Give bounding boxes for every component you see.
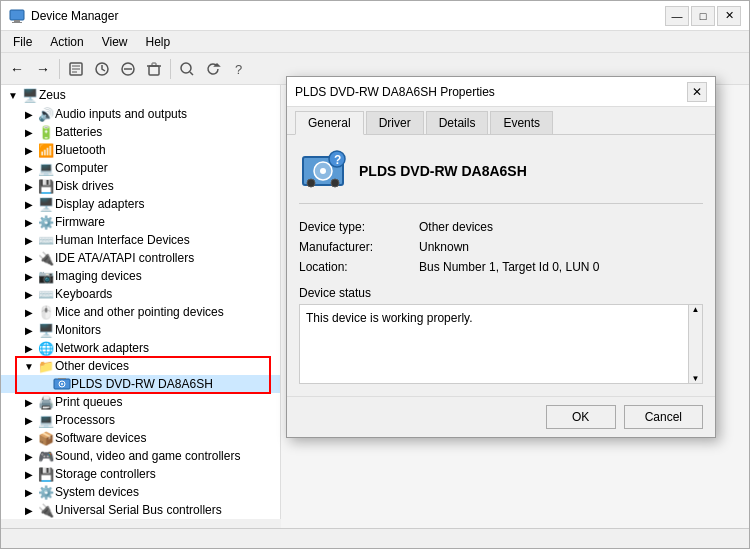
svg-rect-0 xyxy=(10,10,24,20)
ideata-arrow: ▶ xyxy=(21,253,37,264)
tree-item-softwaredevices[interactable]: ▶ 📦 Software devices xyxy=(1,429,280,447)
scroll-down-arrow[interactable]: ▼ xyxy=(692,374,700,383)
device-tree[interactable]: ▼ 🖥️ Zeus ▶ 🔊 Audio inputs and outputs ▶… xyxy=(1,85,281,519)
refresh-button[interactable] xyxy=(201,57,225,81)
tree-item-batteries[interactable]: ▶ 🔋 Batteries xyxy=(1,123,280,141)
tab-details[interactable]: Details xyxy=(426,111,489,134)
tab-general[interactable]: General xyxy=(295,111,364,135)
tab-driver[interactable]: Driver xyxy=(366,111,424,134)
ok-button[interactable]: OK xyxy=(546,405,616,429)
dialog-content: ? PLDS DVD-RW DA8A6SH Device type: Other… xyxy=(287,135,715,396)
tree-item-processors[interactable]: ▶ 💻 Processors xyxy=(1,411,280,429)
tree-item-otherdevices[interactable]: ▼ 📁 Other devices xyxy=(1,357,280,375)
universalserial-arrow: ▶ xyxy=(21,505,37,516)
computer-arrow: ▶ xyxy=(21,163,37,174)
close-button[interactable]: ✕ xyxy=(717,6,741,26)
tree-item-plds[interactable]: PLDS DVD-RW DA8A6SH xyxy=(1,375,280,393)
tree-root[interactable]: ▼ 🖥️ Zeus xyxy=(1,85,280,105)
tab-events[interactable]: Events xyxy=(490,111,553,134)
minimize-button[interactable]: — xyxy=(665,6,689,26)
window-controls: — □ ✕ xyxy=(665,6,741,26)
tree-item-bluetooth[interactable]: ▶ 📶 Bluetooth xyxy=(1,141,280,159)
status-section: Device status This device is working pro… xyxy=(299,286,703,384)
cancel-button[interactable]: Cancel xyxy=(624,405,703,429)
keyboards-arrow: ▶ xyxy=(21,289,37,300)
title-bar: Device Manager — □ ✕ xyxy=(1,1,749,31)
properties-dialog: PLDS DVD-RW DA8A6SH Properties ✕ General… xyxy=(286,85,716,438)
networkadapters-label: Network adapters xyxy=(55,341,149,355)
tree-item-storagecontrollers[interactable]: ▶ 💾 Storage controllers xyxy=(1,465,280,483)
monitors-label: Monitors xyxy=(55,323,101,337)
tree-item-ideata[interactable]: ▶ 🔌 IDE ATA/ATAPI controllers xyxy=(1,249,280,267)
tree-item-soundvideo[interactable]: ▶ 🎮 Sound, video and game controllers xyxy=(1,447,280,465)
disable-button[interactable] xyxy=(116,57,140,81)
batteries-arrow: ▶ xyxy=(21,127,37,138)
tree-item-imaging[interactable]: ▶ 📷 Imaging devices xyxy=(1,267,280,285)
dialog-close-button[interactable]: ✕ xyxy=(687,85,707,102)
uninstall-button[interactable] xyxy=(142,57,166,81)
dialog-title-bar: PLDS DVD-RW DA8A6SH Properties ✕ xyxy=(287,85,715,107)
device-header: ? PLDS DVD-RW DA8A6SH xyxy=(299,147,703,204)
menu-help[interactable]: Help xyxy=(138,33,179,51)
imaging-label: Imaging devices xyxy=(55,269,142,283)
menu-action[interactable]: Action xyxy=(42,33,91,51)
scrollbar[interactable]: ▲ ▼ xyxy=(688,305,702,383)
scan-changes-button[interactable] xyxy=(175,57,199,81)
device-name: PLDS DVD-RW DA8A6SH xyxy=(359,163,527,179)
batteries-label: Batteries xyxy=(55,125,102,139)
location-row: Location: Bus Number 1, Target Id 0, LUN… xyxy=(299,260,703,274)
networkadapters-arrow: ▶ xyxy=(21,343,37,354)
svg-rect-10 xyxy=(149,66,159,75)
tree-item-systemdevices[interactable]: ▶ ⚙️ System devices xyxy=(1,483,280,501)
monitors-arrow: ▶ xyxy=(21,325,37,336)
svg-point-13 xyxy=(181,63,191,73)
tree-item-printqueues[interactable]: ▶ 🖨️ Print queues xyxy=(1,393,280,411)
menu-view[interactable]: View xyxy=(94,33,136,51)
keyboards-label: Keyboards xyxy=(55,287,112,301)
softwaredevices-icon: 📦 xyxy=(37,430,55,446)
forward-button[interactable]: → xyxy=(31,57,55,81)
printqueues-arrow: ▶ xyxy=(21,397,37,408)
otherdevices-label: Other devices xyxy=(55,359,129,373)
tree-item-mice[interactable]: ▶ 🖱️ Mice and other pointing devices xyxy=(1,303,280,321)
processors-arrow: ▶ xyxy=(21,415,37,426)
device-large-icon: ? xyxy=(299,147,347,195)
tree-wrapper: ▼ 🖥️ Zeus ▶ 🔊 Audio inputs and outputs ▶… xyxy=(1,85,281,528)
tree-item-monitors[interactable]: ▶ 🖥️ Monitors xyxy=(1,321,280,339)
scroll-up-arrow[interactable]: ▲ xyxy=(692,305,700,314)
storagecontrollers-label: Storage controllers xyxy=(55,467,156,481)
menu-file[interactable]: File xyxy=(5,33,40,51)
tree-item-diskdrives[interactable]: ▶ 💾 Disk drives xyxy=(1,177,280,195)
tree-item-humaninterface[interactable]: ▶ ⌨️ Human Interface Devices xyxy=(1,231,280,249)
maximize-button[interactable]: □ xyxy=(691,6,715,26)
computer-tree-icon: 💻 xyxy=(37,160,55,176)
tree-item-firmware[interactable]: ▶ ⚙️ Firmware xyxy=(1,213,280,231)
tree-item-keyboards[interactable]: ▶ ⌨️ Keyboards xyxy=(1,285,280,303)
humaninterface-label: Human Interface Devices xyxy=(55,233,190,247)
displayadapters-arrow: ▶ xyxy=(21,199,37,210)
storagecontrollers-icon: 💾 xyxy=(37,466,55,482)
properties-button[interactable] xyxy=(64,57,88,81)
tree-item-displayadapters[interactable]: ▶ 🖥️ Display adapters xyxy=(1,195,280,213)
tree-item-audio[interactable]: ▶ 🔊 Audio inputs and outputs xyxy=(1,105,280,123)
networkadapters-icon: 🌐 xyxy=(37,340,55,356)
status-bar xyxy=(1,528,749,548)
update-driver-button[interactable] xyxy=(90,57,114,81)
svg-point-22 xyxy=(320,168,326,174)
back-button[interactable]: ← xyxy=(5,57,29,81)
help-button[interactable]: ? xyxy=(227,57,251,81)
ideata-icon: 🔌 xyxy=(37,250,55,266)
status-box: This device is working properly. ▲ ▼ xyxy=(299,304,703,384)
svg-rect-2 xyxy=(12,22,22,23)
audio-arrow: ▶ xyxy=(21,109,37,120)
firmware-arrow: ▶ xyxy=(21,217,37,228)
displayadapters-label: Display adapters xyxy=(55,197,144,211)
tree-item-networkadapters[interactable]: ▶ 🌐 Network adapters xyxy=(1,339,280,357)
tree-item-computer[interactable]: ▶ 💻 Computer xyxy=(1,159,280,177)
manufacturer-label: Manufacturer: xyxy=(299,240,419,254)
tree-item-universalserial[interactable]: ▶ 🔌 Universal Serial Bus controllers xyxy=(1,501,280,519)
location-value: Bus Number 1, Target Id 0, LUN 0 xyxy=(419,260,703,274)
app-icon xyxy=(9,8,25,24)
otherdevices-arrow: ▼ xyxy=(21,361,37,372)
svg-rect-12 xyxy=(152,63,156,66)
